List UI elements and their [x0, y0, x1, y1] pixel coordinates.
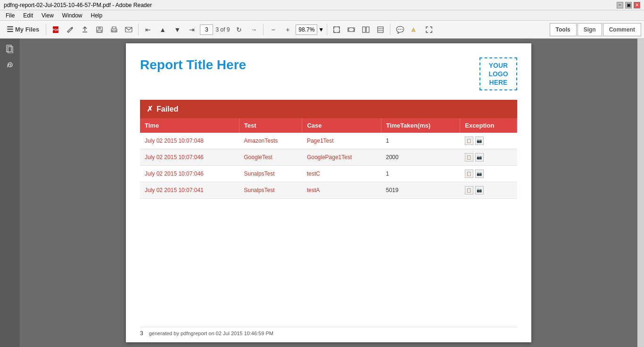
exception-copy-icon-2[interactable]: 📋 — [465, 169, 473, 178]
next-page-button[interactable]: ▼ — [171, 23, 184, 36]
toolbar-separator-5 — [390, 24, 390, 35]
zoom-out-button[interactable]: − — [266, 23, 280, 36]
comment-button[interactable]: Comment — [603, 23, 641, 36]
scrollbar[interactable] — [637, 39, 644, 347]
page-total: 3 of 9 — [214, 26, 231, 33]
col-exception: Exception — [460, 118, 517, 133]
zoom-group: ▼ — [296, 24, 324, 35]
hamburger-icon: ☰ — [7, 25, 13, 34]
cell-case-2: testC — [302, 166, 381, 182]
col-timetaken: TimeTaken(ms) — [381, 118, 460, 133]
minimize-button[interactable]: − — [617, 2, 623, 8]
full-screen-button[interactable] — [422, 23, 436, 36]
toolbar-separator-3 — [263, 24, 264, 35]
menu-bar: File Edit View Window Help — [0, 10, 644, 21]
menu-help[interactable]: Help — [87, 11, 107, 20]
refresh-button[interactable]: ↻ — [232, 23, 246, 36]
save-button[interactable] — [93, 23, 106, 36]
logo-box: YOURLOGOHERE — [479, 57, 517, 90]
cell-time-2: July 02 2015 10:07:046 — [140, 166, 239, 182]
failed-section: ✗ Failed Time Test Case TimeTaken(ms) Ex… — [140, 100, 517, 199]
cell-timetaken-3: 5019 — [381, 182, 460, 199]
fit-page-button[interactable] — [330, 23, 343, 36]
first-page-button[interactable]: ⇤ — [141, 23, 155, 36]
exception-image-icon-2[interactable]: 📷 — [475, 169, 484, 178]
menu-file[interactable]: File — [2, 11, 18, 20]
table-row: July 02 2015 10:07:041 SunalpsTest testA… — [140, 182, 517, 199]
svg-rect-11 — [366, 27, 369, 32]
col-time: Time — [140, 118, 239, 133]
exception-image-icon-0[interactable]: 📷 — [475, 137, 484, 145]
table-header: Time Test Case TimeTaken(ms) Exception — [140, 118, 517, 133]
svg-rect-3 — [98, 27, 101, 29]
menu-view[interactable]: View — [38, 11, 58, 20]
two-page-button[interactable] — [359, 23, 372, 36]
cell-exception-2: 📋 📷 — [460, 166, 517, 182]
cell-test-3: SunalpsTest — [239, 182, 302, 199]
table-row: July 02 2015 10:07:046 SunalpsTest testC… — [140, 166, 517, 182]
fit-width-button[interactable] — [345, 23, 358, 36]
exception-icons-2: 📋 📷 — [465, 169, 512, 178]
cell-exception-0: 📋 📷 — [460, 133, 517, 149]
exception-image-icon-3[interactable]: 📷 — [475, 186, 484, 194]
cell-time-0: July 02 2015 10:07:048 — [140, 133, 239, 149]
page-view-button[interactable] — [374, 23, 387, 36]
my-files-label: My Files — [15, 26, 39, 33]
exception-icons-0: 📋 📷 — [465, 137, 512, 145]
cell-test-1: GoogleTest — [239, 149, 302, 166]
cell-timetaken-1: 2000 — [381, 149, 460, 166]
create-pdf-button[interactable]: PDF — [49, 23, 62, 36]
forward-button[interactable]: → — [247, 23, 260, 36]
window-controls: − ▣ ✕ — [617, 2, 640, 8]
my-files-nav[interactable]: ☰ My Files — [3, 25, 43, 34]
cell-timetaken-2: 1 — [381, 166, 460, 182]
tools-button[interactable]: Tools — [550, 23, 577, 36]
exception-icons-1: 📋 📷 — [465, 153, 512, 161]
zoom-in-button[interactable]: + — [281, 23, 294, 36]
prev-page-button[interactable]: ▲ — [156, 23, 169, 36]
menu-edit[interactable]: Edit — [19, 11, 37, 20]
toolbar-separator-2 — [138, 24, 139, 35]
panel-attach-button[interactable] — [3, 58, 17, 72]
close-button[interactable]: ✕ — [634, 2, 640, 8]
col-test: Test — [239, 118, 302, 133]
svg-rect-16 — [8, 47, 13, 53]
cell-test-2: SunalpsTest — [239, 166, 302, 182]
panel-pages-button[interactable] — [3, 42, 17, 56]
svg-rect-4 — [98, 30, 101, 32]
highlight-button[interactable] — [408, 23, 421, 36]
pdf-area[interactable]: Report Title Here YOURLOGOHERE ✗ Failed … — [20, 39, 637, 347]
svg-rect-12 — [378, 27, 383, 32]
upload-button[interactable] — [78, 23, 91, 36]
footer-generated-text: generated by pdfngreport on 02 Jul 2015 … — [149, 331, 273, 336]
edit-button[interactable] — [64, 23, 77, 36]
table-row: July 02 2015 10:07:048 AmazonTests Page1… — [140, 133, 517, 149]
last-page-button[interactable]: ⇥ — [185, 23, 198, 36]
page-input[interactable] — [200, 24, 213, 35]
pdf-page: Report Title Here YOURLOGOHERE ✗ Failed … — [126, 43, 531, 342]
window-title: pdfng-report-02-Jul-2015-10-46-57-PM.pdf… — [4, 2, 152, 8]
toolbar: ☰ My Files PDF ⇤ ▲ ▼ ⇥ 3 of 9 ↻ → − + ▼ — [0, 21, 644, 39]
title-bar: pdfng-report-02-Jul-2015-10-46-57-PM.pdf… — [0, 0, 644, 10]
table-body: July 02 2015 10:07:048 AmazonTests Page1… — [140, 133, 517, 199]
menu-window[interactable]: Window — [58, 11, 86, 20]
svg-text:PDF: PDF — [52, 28, 59, 32]
exception-copy-icon-0[interactable]: 📋 — [465, 137, 473, 145]
email-button[interactable] — [122, 23, 135, 36]
exception-copy-icon-3[interactable]: 📋 — [465, 186, 473, 194]
failed-x-icon: ✗ — [147, 105, 153, 113]
cell-exception-3: 📋 📷 — [460, 182, 517, 199]
comment-icon-button[interactable]: 💬 — [393, 23, 406, 36]
restore-button[interactable]: ▣ — [625, 2, 632, 8]
svg-rect-15 — [7, 45, 11, 52]
cell-timetaken-0: 1 — [381, 133, 460, 149]
exception-copy-icon-1[interactable]: 📋 — [465, 153, 473, 161]
cell-case-3: testA — [302, 182, 381, 199]
failed-label: Failed — [157, 105, 178, 113]
zoom-dropdown-icon[interactable]: ▼ — [318, 26, 324, 33]
sign-button[interactable]: Sign — [578, 23, 602, 36]
cell-case-1: GooglePage1Test — [302, 149, 381, 166]
exception-image-icon-1[interactable]: 📷 — [475, 153, 484, 161]
print-button[interactable] — [107, 23, 121, 36]
zoom-input[interactable] — [296, 24, 317, 35]
